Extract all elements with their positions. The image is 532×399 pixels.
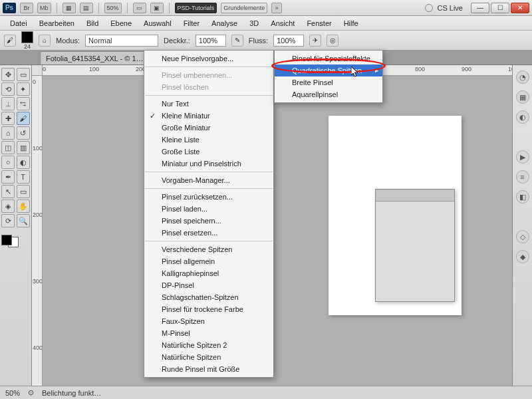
- document-tab[interactable]: Fotolia_6415354_XXL - © 1… ×: [40, 51, 158, 65]
- menu-item[interactable]: Kalligraphiepinsel: [144, 267, 273, 279]
- view-rulers-button[interactable]: ▤: [80, 3, 93, 13]
- submenu-item[interactable]: Aquarellpinsel: [275, 88, 382, 100]
- gradient-tool[interactable]: ▥: [17, 141, 30, 154]
- menu-fenster[interactable]: Fenster: [301, 17, 337, 29]
- path-select-tool[interactable]: ↖: [1, 185, 15, 198]
- menu-item[interactable]: Große Miniatur: [144, 122, 273, 134]
- dodge-tool[interactable]: ◐: [17, 156, 30, 169]
- blend-mode-select[interactable]: Normal: [85, 35, 158, 47]
- status-doc-info[interactable]: Belichtung funkt…: [42, 389, 101, 397]
- shape-tool[interactable]: ▭: [17, 185, 30, 198]
- minimize-button[interactable]: —: [471, 3, 489, 13]
- cslive-label[interactable]: CS Live: [437, 4, 463, 12]
- menu-filter[interactable]: Filter: [178, 17, 205, 29]
- menu-item[interactable]: Pinsel speichern...: [144, 215, 273, 227]
- hand-tool[interactable]: ✋: [17, 200, 30, 213]
- brush-panel-toggle[interactable]: ⌂: [39, 35, 51, 47]
- floating-panel[interactable]: [375, 189, 455, 302]
- history-panel-icon[interactable]: ▶: [516, 150, 529, 164]
- menu-3d[interactable]: 3D: [243, 17, 265, 29]
- foreground-color[interactable]: [1, 235, 12, 245]
- submenu-item[interactable]: Quadratische Spitzen▸: [275, 65, 382, 76]
- brush-tool[interactable]: 🖌: [17, 112, 30, 125]
- menu-item[interactable]: Faux-Spitzen: [144, 315, 273, 327]
- eraser-tool[interactable]: ◫: [1, 141, 15, 154]
- blur-tool[interactable]: ○: [1, 156, 15, 169]
- channels-panel-icon[interactable]: ◇: [516, 230, 529, 243]
- quick-select-tool[interactable]: ✦: [17, 82, 30, 96]
- pen-tool[interactable]: ✒: [1, 170, 15, 184]
- opacity-input[interactable]: 100%: [196, 35, 226, 47]
- color-swatches[interactable]: [1, 233, 30, 247]
- paths-panel-icon[interactable]: ◆: [516, 250, 529, 263]
- submenu-item[interactable]: Breite Pinsel: [275, 76, 382, 88]
- floating-panel-header[interactable]: [376, 190, 454, 201]
- eyedropper-tool[interactable]: ⥃: [17, 97, 30, 110]
- type-tool[interactable]: T: [17, 170, 30, 184]
- zoom-tool[interactable]: 🔍: [17, 214, 30, 227]
- menu-item[interactable]: Pinsel zurücksetzen...: [144, 191, 273, 203]
- rotate-view-tool[interactable]: ⟳: [1, 214, 15, 227]
- menu-item[interactable]: Verschiedene Spitzen: [144, 243, 273, 255]
- close-button[interactable]: ✕: [511, 3, 529, 13]
- menu-auswahl[interactable]: Auswahl: [138, 17, 178, 29]
- menu-item[interactable]: Große Liste: [144, 146, 273, 158]
- color-panel-icon[interactable]: ◔: [516, 70, 529, 84]
- zoom-level[interactable]: 50%: [104, 3, 122, 13]
- menu-item[interactable]: Kleine Liste: [144, 134, 273, 146]
- maximize-button[interactable]: ☐: [491, 3, 509, 13]
- menu-item[interactable]: Pinsel für trockene Farbe: [144, 303, 273, 315]
- tablet-pressure-icon[interactable]: ◎: [327, 35, 338, 47]
- arrange-docs-button[interactable]: ▭: [133, 3, 146, 13]
- layers-panel-icon[interactable]: ◧: [516, 190, 529, 203]
- menu-bearbeiten[interactable]: Bearbeiten: [33, 17, 80, 29]
- crop-tool[interactable]: ⟂: [1, 97, 15, 110]
- screen-mode-button[interactable]: ▣: [150, 3, 164, 13]
- workspace-overflow[interactable]: »: [271, 3, 282, 13]
- menu-hilfe[interactable]: Hilfe: [338, 17, 364, 29]
- menu-item[interactable]: Natürliche Spitzen: [144, 351, 273, 363]
- ruler-vertical[interactable]: 0100200300400: [32, 76, 43, 386]
- status-zoom[interactable]: 50%: [5, 389, 20, 397]
- menu-item[interactable]: Natürliche Spitzen 2: [144, 339, 273, 351]
- menu-item[interactable]: ✓Kleine Miniatur: [144, 110, 273, 122]
- menu-item[interactable]: DP-Pinsel: [144, 279, 273, 291]
- menu-ansicht[interactable]: Ansicht: [265, 17, 301, 29]
- swatches-panel-icon[interactable]: ▦: [516, 90, 529, 104]
- workspace-psd-tutorials[interactable]: PSD-Tutorials: [175, 3, 217, 13]
- opacity-pressure-icon[interactable]: ✎: [231, 35, 243, 47]
- menu-bild[interactable]: Bild: [80, 17, 104, 29]
- brush-tool-icon[interactable]: 🖌: [4, 35, 16, 47]
- workspace-grundelemente[interactable]: Grundelemente: [221, 3, 267, 13]
- brush-preview[interactable]: [21, 31, 33, 43]
- menu-datei[interactable]: Datei: [4, 17, 33, 29]
- menu-item[interactable]: Schlagschatten-Spitzen: [144, 291, 273, 303]
- airbrush-icon[interactable]: ✈: [309, 35, 321, 47]
- menu-item[interactable]: Pinsel allgemein: [144, 255, 273, 267]
- mini-bridge-button[interactable]: Mb: [37, 3, 51, 13]
- ruler-origin[interactable]: [32, 65, 43, 76]
- menu-item[interactable]: M-Pinsel: [144, 327, 273, 339]
- 3d-tool[interactable]: ◈: [1, 200, 15, 213]
- flow-input[interactable]: 100%: [273, 35, 304, 47]
- actions-panel-icon[interactable]: ≡: [516, 170, 529, 184]
- menu-item[interactable]: Nur Text: [144, 98, 273, 110]
- adjustments-panel-icon[interactable]: ◐: [516, 110, 529, 124]
- menu-ebene[interactable]: Ebene: [104, 17, 138, 29]
- menu-analyse[interactable]: Analyse: [205, 17, 243, 29]
- submenu-item[interactable]: Pinsel für Spezialeffekte: [275, 53, 382, 65]
- stamp-tool[interactable]: ⌂: [1, 126, 15, 140]
- menu-item[interactable]: Neue Pinselvorgabe...: [144, 53, 273, 65]
- history-brush-tool[interactable]: ↺: [17, 126, 30, 140]
- menu-item[interactable]: Vorgaben-Manager...: [144, 174, 273, 186]
- view-extras-button[interactable]: ▦: [63, 3, 76, 13]
- move-tool[interactable]: ✥: [1, 68, 15, 81]
- marquee-tool[interactable]: ▭: [17, 68, 30, 81]
- bridge-button[interactable]: Br: [20, 3, 33, 13]
- menu-item[interactable]: Miniatur und Pinselstrich: [144, 158, 273, 170]
- lasso-tool[interactable]: ⟲: [1, 82, 15, 96]
- menu-item[interactable]: Pinsel laden...: [144, 203, 273, 215]
- healing-tool[interactable]: ✚: [1, 112, 15, 125]
- menu-item[interactable]: Pinsel ersetzen...: [144, 227, 273, 239]
- canvas-viewport[interactable]: [43, 76, 512, 386]
